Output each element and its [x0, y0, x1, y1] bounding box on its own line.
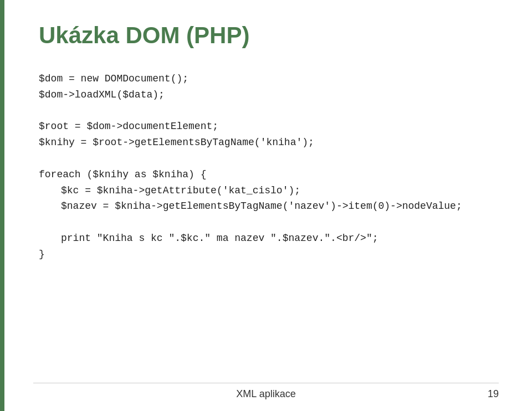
- code-line: [39, 103, 499, 119]
- code-line: print "Kniha s kc ".$kc." ma nazev ".$na…: [39, 230, 499, 246]
- code-line: [39, 214, 499, 230]
- code-line: }: [39, 246, 499, 263]
- code-line: foreach ($knihy as $kniha) {: [39, 167, 499, 183]
- accent-bar: [0, 0, 4, 411]
- code-line: [39, 151, 499, 167]
- code-block: $dom = new DOMDocument();$dom->loadXML($…: [39, 71, 499, 378]
- code-line: $knihy = $root->getElementsByTagName('kn…: [39, 135, 499, 151]
- code-line: $dom->loadXML($data);: [39, 87, 499, 103]
- footer-label: XML aplikace: [236, 388, 295, 400]
- code-line: $kc = $kniha->getAttribute('kat_cislo');: [39, 183, 499, 199]
- code-line: $root = $dom->documentElement;: [39, 119, 499, 135]
- slide-title: Ukázka DOM (PHP): [39, 22, 499, 49]
- footer-divider: [33, 383, 499, 383]
- code-line: $dom = new DOMDocument();: [39, 71, 499, 87]
- footer-page-number: 19: [488, 388, 499, 400]
- code-line: $nazev = $kniha->getElementsByTagName('n…: [39, 198, 499, 214]
- slide-container: Ukázka DOM (PHP) $dom = new DOMDocument(…: [0, 0, 532, 411]
